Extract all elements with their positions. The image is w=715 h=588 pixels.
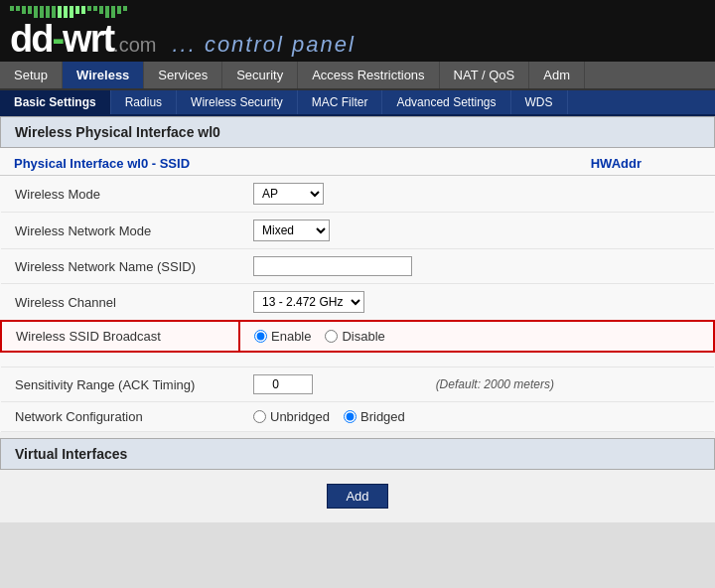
virtual-interfaces-header: Virtual Interfaces [0, 438, 715, 470]
nav-wireless[interactable]: Wireless [63, 62, 144, 88]
physical-interface-subheader: Physical Interface wl0 - SSID HWAddr [0, 148, 715, 176]
network-config-label: Network Configuration [1, 402, 239, 432]
channel-select[interactable]: 13 - 2.472 GHz 1 - 2.412 GHz 6 - 2.437 G… [253, 291, 364, 313]
physical-interface-header: Wireless Physical Interface wl0 [0, 116, 715, 148]
wireless-mode-row: Wireless Mode AP Client Ad-Hoc Monitor [1, 176, 714, 213]
bridged-label[interactable]: Bridged [344, 409, 405, 424]
subnav-basic-settings[interactable]: Basic Settings [0, 90, 111, 114]
nav-setup[interactable]: Setup [0, 62, 63, 88]
settings-table: Wireless Mode AP Client Ad-Hoc Monitor W… [0, 176, 715, 432]
subnav-radius[interactable]: Radius [111, 90, 177, 114]
ssid-broadcast-enable-radio[interactable] [254, 330, 267, 343]
top-nav: Setup Wireless Services Security Access … [0, 62, 715, 90]
nav-security[interactable]: Security [222, 62, 298, 88]
network-mode-row: Wireless Network Mode Mixed B-Only G-Onl… [1, 213, 714, 249]
ssid-label: Wireless Network Name (SSID) [1, 249, 239, 284]
subnav-wds[interactable]: WDS [511, 90, 568, 114]
spacer-row [1, 352, 714, 368]
sensitivity-range-row: Sensitivity Range (ACK Timing) (Default:… [1, 368, 714, 402]
ssid-broadcast-radio-group: Enable Disable [254, 329, 699, 344]
nav-services[interactable]: Services [144, 62, 222, 88]
channel-label: Wireless Channel [1, 284, 239, 322]
logo-bar: dd-wrt.com ... control panel [0, 0, 715, 62]
nav-adm[interactable]: Adm [529, 62, 585, 88]
subnav-advanced-settings[interactable]: Advanced Settings [382, 90, 510, 114]
add-button[interactable]: Add [327, 484, 387, 509]
physical-interface-section: Wireless Physical Interface wl0 Physical… [0, 116, 715, 432]
ssid-broadcast-disable-radio[interactable] [325, 330, 338, 343]
network-config-row: Network Configuration Unbridged Bridged [1, 402, 714, 432]
network-config-radio-group: Unbridged Bridged [253, 409, 700, 424]
physical-interface-ssid-label: Physical Interface wl0 - SSID [14, 156, 190, 171]
virtual-interfaces-section: Virtual Interfaces Add [0, 438, 715, 522]
network-config-value: Unbridged Bridged [239, 402, 714, 432]
ssid-value [239, 249, 714, 284]
unbridged-radio[interactable] [253, 410, 266, 423]
channel-row: Wireless Channel 13 - 2.472 GHz 1 - 2.41… [1, 284, 714, 322]
ssid-broadcast-label: Wireless SSID Broadcast [1, 321, 239, 352]
subnav-mac-filter[interactable]: MAC Filter [298, 90, 383, 114]
ssid-broadcast-enable-label[interactable]: Enable [254, 329, 311, 344]
wireless-mode-label: Wireless Mode [1, 176, 239, 213]
network-mode-label: Wireless Network Mode [1, 213, 239, 249]
network-mode-value: Mixed B-Only G-Only N-Only Disabled [239, 213, 714, 249]
sensitivity-range-input[interactable] [253, 374, 313, 394]
network-mode-select[interactable]: Mixed B-Only G-Only N-Only Disabled [253, 220, 330, 241]
subnav-wireless-security[interactable]: Wireless Security [177, 90, 298, 114]
enable-label-text: Enable [271, 329, 311, 344]
content-area: Wireless Physical Interface wl0 Physical… [0, 116, 715, 522]
hwaddr-label: HWAddr [591, 156, 642, 171]
sensitivity-range-value: (Default: 2000 meters) [239, 368, 714, 402]
disable-label-text: Disable [342, 329, 384, 344]
nav-access-restrictions[interactable]: Access Restrictions [298, 62, 439, 88]
brand-name: dd-wrt.com [10, 20, 156, 58]
bridged-radio[interactable] [344, 410, 357, 423]
sensitivity-default-note: (Default: 2000 meters) [436, 377, 554, 391]
ssid-row: Wireless Network Name (SSID) [1, 249, 714, 284]
control-panel-label: ... control panel [172, 32, 355, 58]
ssid-broadcast-value: Enable Disable [239, 321, 714, 352]
ssid-input[interactable] [253, 256, 412, 276]
bridged-label-text: Bridged [360, 409, 405, 424]
unbridged-label[interactable]: Unbridged [253, 409, 330, 424]
channel-value: 13 - 2.472 GHz 1 - 2.412 GHz 6 - 2.437 G… [239, 284, 714, 322]
ssid-broadcast-row: Wireless SSID Broadcast Enable Disable [1, 321, 714, 352]
wireless-mode-value: AP Client Ad-Hoc Monitor [239, 176, 714, 213]
ssid-broadcast-disable-label[interactable]: Disable [325, 329, 384, 344]
nav-nat-qos[interactable]: NAT / QoS [440, 62, 530, 88]
add-button-row: Add [0, 470, 715, 522]
unbridged-label-text: Unbridged [270, 409, 330, 424]
wireless-mode-select[interactable]: AP Client Ad-Hoc Monitor [253, 183, 324, 205]
sub-nav: Basic Settings Radius Wireless Security … [0, 90, 715, 116]
sensitivity-range-label: Sensitivity Range (ACK Timing) [1, 368, 239, 402]
logo-dots [10, 6, 127, 18]
